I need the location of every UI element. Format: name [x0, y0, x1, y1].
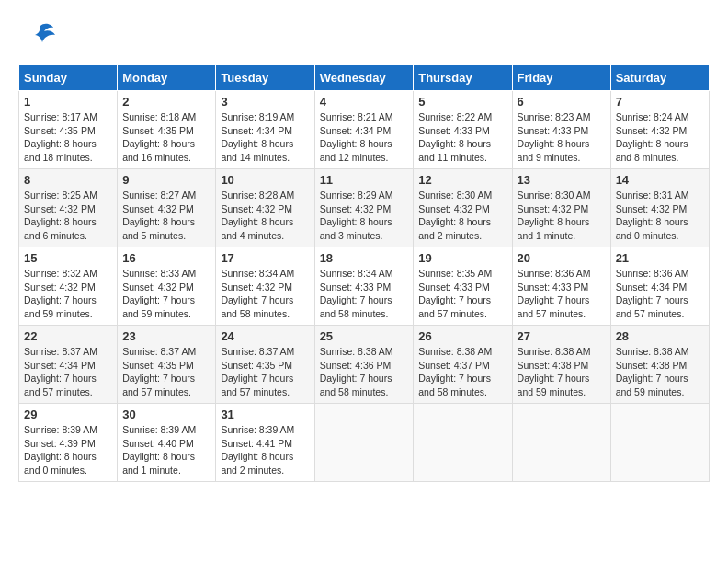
day-info: Sunrise: 8:32 AMSunset: 4:32 PMDaylight:… — [24, 267, 112, 321]
day-number: 8 — [24, 173, 112, 187]
day-info: Sunrise: 8:24 AMSunset: 4:32 PMDaylight:… — [616, 110, 704, 165]
calendar-cell: 20Sunrise: 8:36 AMSunset: 4:33 PMDayligh… — [512, 247, 610, 326]
day-number: 18 — [320, 251, 409, 265]
calendar-cell: 11Sunrise: 8:29 AMSunset: 4:32 PMDayligh… — [314, 169, 414, 247]
day-info: Sunrise: 8:38 AMSunset: 4:37 PMDaylight:… — [418, 345, 506, 399]
calendar-cell: 23Sunrise: 8:37 AMSunset: 4:35 PMDayligh… — [118, 326, 216, 404]
day-number: 4 — [320, 95, 409, 109]
calendar-cell: 16Sunrise: 8:33 AMSunset: 4:32 PMDayligh… — [118, 247, 216, 326]
day-number: 24 — [221, 329, 309, 343]
calendar-cell — [414, 404, 512, 482]
day-info: Sunrise: 8:31 AMSunset: 4:32 PMDaylight:… — [616, 189, 704, 243]
calendar-cell: 31Sunrise: 8:39 AMSunset: 4:41 PMDayligh… — [216, 404, 314, 482]
day-number: 28 — [616, 329, 704, 343]
day-of-week-header: Wednesday — [314, 65, 414, 91]
calendar-cell: 22Sunrise: 8:37 AMSunset: 4:34 PMDayligh… — [19, 326, 118, 404]
calendar-cell: 8Sunrise: 8:25 AMSunset: 4:32 PMDaylight… — [19, 169, 118, 247]
calendar-cell: 1Sunrise: 8:17 AMSunset: 4:35 PMDaylight… — [19, 91, 118, 169]
calendar-table: SundayMondayTuesdayWednesdayThursdayFrid… — [18, 64, 710, 482]
day-of-week-header: Sunday — [19, 65, 118, 91]
day-info: Sunrise: 8:30 AMSunset: 4:32 PMDaylight:… — [518, 189, 606, 243]
day-info: Sunrise: 8:39 AMSunset: 4:39 PMDaylight:… — [24, 423, 112, 477]
calendar-cell: 2Sunrise: 8:18 AMSunset: 4:35 PMDaylight… — [118, 91, 216, 169]
day-number: 22 — [24, 329, 112, 343]
day-number: 5 — [418, 95, 506, 109]
day-info: Sunrise: 8:37 AMSunset: 4:35 PMDaylight:… — [122, 345, 210, 399]
day-info: Sunrise: 8:35 AMSunset: 4:33 PMDaylight:… — [418, 267, 506, 321]
day-number: 13 — [518, 173, 606, 187]
day-number: 25 — [320, 329, 409, 343]
calendar-cell — [610, 404, 709, 482]
calendar-cell — [512, 404, 610, 482]
logo — [18, 18, 57, 55]
calendar-cell: 9Sunrise: 8:27 AMSunset: 4:32 PMDaylight… — [118, 169, 216, 247]
day-number: 20 — [518, 251, 606, 265]
day-info: Sunrise: 8:38 AMSunset: 4:38 PMDaylight:… — [518, 345, 606, 399]
calendar-cell: 17Sunrise: 8:34 AMSunset: 4:32 PMDayligh… — [216, 247, 314, 326]
calendar-cell: 15Sunrise: 8:32 AMSunset: 4:32 PMDayligh… — [19, 247, 118, 326]
calendar-header-row: SundayMondayTuesdayWednesdayThursdayFrid… — [19, 65, 710, 91]
day-info: Sunrise: 8:17 AMSunset: 4:35 PMDaylight:… — [24, 110, 112, 165]
calendar-cell: 7Sunrise: 8:24 AMSunset: 4:32 PMDaylight… — [610, 91, 709, 169]
day-number: 11 — [320, 173, 409, 187]
calendar-week-row: 22Sunrise: 8:37 AMSunset: 4:34 PMDayligh… — [19, 326, 710, 404]
calendar-cell: 21Sunrise: 8:36 AMSunset: 4:34 PMDayligh… — [610, 247, 709, 326]
day-info: Sunrise: 8:21 AMSunset: 4:34 PMDaylight:… — [320, 110, 409, 165]
day-number: 30 — [122, 408, 210, 421]
calendar-week-row: 29Sunrise: 8:39 AMSunset: 4:39 PMDayligh… — [19, 404, 710, 482]
calendar-cell: 18Sunrise: 8:34 AMSunset: 4:33 PMDayligh… — [314, 247, 414, 326]
day-info: Sunrise: 8:33 AMSunset: 4:32 PMDaylight:… — [122, 267, 210, 321]
day-number: 19 — [418, 251, 506, 265]
day-info: Sunrise: 8:18 AMSunset: 4:35 PMDaylight:… — [122, 110, 210, 165]
day-number: 15 — [24, 251, 112, 265]
calendar-cell: 24Sunrise: 8:37 AMSunset: 4:35 PMDayligh… — [216, 326, 314, 404]
day-of-week-header: Thursday — [414, 65, 512, 91]
day-info: Sunrise: 8:38 AMSunset: 4:36 PMDaylight:… — [320, 345, 409, 399]
day-number: 16 — [122, 251, 210, 265]
calendar-cell: 13Sunrise: 8:30 AMSunset: 4:32 PMDayligh… — [512, 169, 610, 247]
day-info: Sunrise: 8:37 AMSunset: 4:35 PMDaylight:… — [221, 345, 309, 399]
day-number: 9 — [122, 173, 210, 187]
page-header — [18, 18, 710, 55]
day-number: 3 — [221, 95, 309, 109]
calendar-cell: 12Sunrise: 8:30 AMSunset: 4:32 PMDayligh… — [414, 169, 512, 247]
day-info: Sunrise: 8:39 AMSunset: 4:41 PMDaylight:… — [221, 423, 309, 477]
day-number: 23 — [122, 329, 210, 343]
calendar-cell: 26Sunrise: 8:38 AMSunset: 4:37 PMDayligh… — [414, 326, 512, 404]
day-info: Sunrise: 8:30 AMSunset: 4:32 PMDaylight:… — [418, 189, 506, 243]
day-info: Sunrise: 8:23 AMSunset: 4:33 PMDaylight:… — [518, 110, 606, 165]
calendar-cell: 19Sunrise: 8:35 AMSunset: 4:33 PMDayligh… — [414, 247, 512, 326]
day-number: 2 — [122, 95, 210, 109]
day-number: 27 — [518, 329, 606, 343]
day-number: 29 — [24, 408, 112, 421]
calendar-week-row: 8Sunrise: 8:25 AMSunset: 4:32 PMDaylight… — [19, 169, 710, 247]
day-number: 6 — [518, 95, 606, 109]
calendar-cell: 5Sunrise: 8:22 AMSunset: 4:33 PMDaylight… — [414, 91, 512, 169]
calendar-cell: 10Sunrise: 8:28 AMSunset: 4:32 PMDayligh… — [216, 169, 314, 247]
calendar-cell: 29Sunrise: 8:39 AMSunset: 4:39 PMDayligh… — [19, 404, 118, 482]
day-info: Sunrise: 8:25 AMSunset: 4:32 PMDaylight:… — [24, 189, 112, 243]
day-number: 10 — [221, 173, 309, 187]
logo-bird-icon — [24, 18, 57, 55]
day-of-week-header: Tuesday — [216, 65, 314, 91]
day-number: 14 — [616, 173, 704, 187]
day-number: 17 — [221, 251, 309, 265]
calendar-cell: 4Sunrise: 8:21 AMSunset: 4:34 PMDaylight… — [314, 91, 414, 169]
calendar-cell — [314, 404, 414, 482]
day-info: Sunrise: 8:27 AMSunset: 4:32 PMDaylight:… — [122, 189, 210, 243]
day-info: Sunrise: 8:22 AMSunset: 4:33 PMDaylight:… — [418, 110, 506, 165]
day-number: 31 — [221, 408, 309, 421]
day-number: 12 — [418, 173, 506, 187]
calendar-cell: 28Sunrise: 8:38 AMSunset: 4:38 PMDayligh… — [610, 326, 709, 404]
calendar-cell: 25Sunrise: 8:38 AMSunset: 4:36 PMDayligh… — [314, 326, 414, 404]
day-info: Sunrise: 8:38 AMSunset: 4:38 PMDaylight:… — [616, 345, 704, 399]
day-info: Sunrise: 8:34 AMSunset: 4:33 PMDaylight:… — [320, 267, 409, 321]
day-of-week-header: Monday — [118, 65, 216, 91]
day-info: Sunrise: 8:19 AMSunset: 4:34 PMDaylight:… — [221, 110, 309, 165]
day-of-week-header: Saturday — [610, 65, 709, 91]
day-info: Sunrise: 8:29 AMSunset: 4:32 PMDaylight:… — [320, 189, 409, 243]
day-info: Sunrise: 8:39 AMSunset: 4:40 PMDaylight:… — [122, 423, 210, 477]
calendar-week-row: 1Sunrise: 8:17 AMSunset: 4:35 PMDaylight… — [19, 91, 710, 169]
day-info: Sunrise: 8:36 AMSunset: 4:33 PMDaylight:… — [518, 267, 606, 321]
day-of-week-header: Friday — [512, 65, 610, 91]
